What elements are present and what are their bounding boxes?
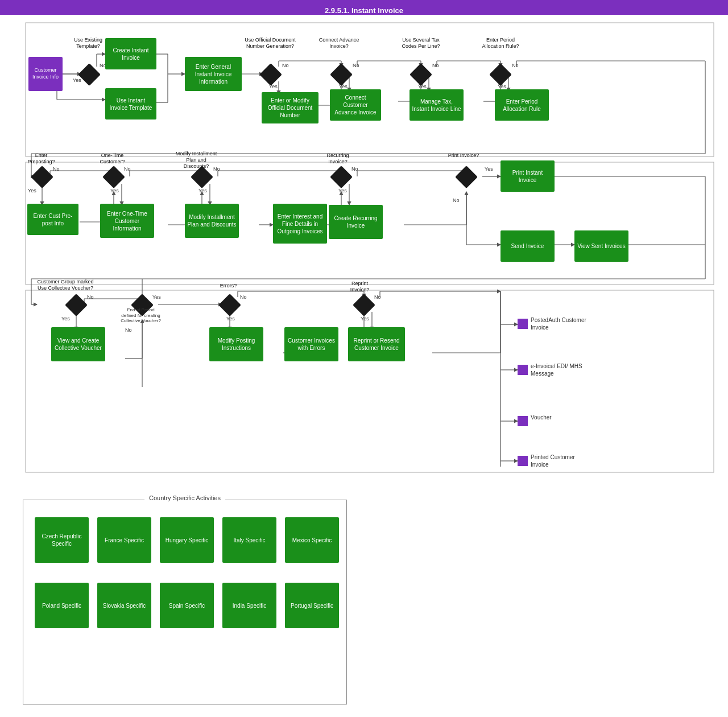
view-sent-invoices[interactable]: View Sent Invoices (574, 230, 628, 262)
diamond-tax-codes (410, 63, 432, 86)
no-label-d11: No (87, 294, 94, 300)
diamond-label-11: Customer Group marked Use Collective Vou… (37, 279, 94, 291)
diamond-label-3: Connect Advance Invoice? (316, 37, 362, 50)
yes-label-d14: Yes (361, 316, 369, 322)
connect-customer-advance-invoice[interactable]: Connect Customer Advance Invoice (330, 89, 381, 121)
view-create-collective-voucher[interactable]: View and Create Collective Voucher (51, 327, 105, 361)
diamond-label-1: Use Existing Template? (65, 37, 111, 50)
country-italy[interactable]: Italy Specific (222, 517, 276, 563)
enter-interest-fine-details[interactable]: Enter Interest and Fine Details in Outgo… (273, 204, 327, 244)
posted-auth-icon (518, 319, 528, 329)
modify-posting-instructions[interactable]: Modify Posting Instructions (209, 327, 263, 361)
diamond-official-doc-num (259, 63, 282, 86)
no-label-d7: No (124, 166, 131, 172)
no-label-d9: No (351, 166, 358, 172)
enter-cust-prepost-info[interactable]: Enter Cust Pre-post Info (27, 204, 78, 235)
no-label-d14: No (374, 294, 381, 300)
enter-general-instant-invoice-info[interactable]: Enter General Instant Invoice Informatio… (185, 57, 242, 91)
no-label-d10: No (453, 197, 460, 203)
yes-label-d11: Yes (61, 316, 70, 322)
no-label-d2: No (282, 63, 289, 68)
diamond-connect-advance (330, 63, 353, 86)
diamond-label-10: Print Invoice? (446, 153, 481, 159)
diamond-errors (218, 294, 241, 316)
diamond-print-invoice (455, 166, 478, 188)
manage-tax-instant-invoice-line[interactable]: Manage Tax, Instant Invoice Line (410, 89, 464, 121)
yes-label-d10: Yes (485, 166, 493, 172)
diamond-label-14: Reprint Invoice? (341, 281, 378, 293)
no-label-d5: No (512, 63, 519, 68)
diamond-collective-voucher (65, 294, 88, 316)
diamond-use-existing-template (78, 63, 101, 86)
create-instant-invoice[interactable]: Create Instant Invoice (105, 38, 156, 69)
yes-label-d7: Yes (110, 188, 119, 193)
diamond-label-8: Modify Installment Plan and Discounts? (173, 151, 219, 169)
diamond-label-4: Use Several Tax Codes Per Line? (398, 37, 444, 50)
printed-invoice-icon (518, 456, 528, 466)
no-label-d13: No (240, 294, 247, 300)
enter-modify-official-doc-num[interactable]: Enter or Modify Official Document Number (262, 92, 318, 123)
e-invoice-icon (518, 365, 528, 375)
posted-auth-label: PostedAuth Customer Invoice (531, 316, 593, 331)
customer-invoices-with-errors[interactable]: Customer Invoices with Errors (284, 327, 338, 361)
diamond-period-allocation (489, 63, 512, 86)
country-section-title: Country Specific Activities (144, 495, 225, 501)
country-india[interactable]: India Specific (222, 583, 276, 628)
customer-invoice-info: Customer Invoice Info (28, 57, 63, 91)
title-bar: 2.9.5.1. Instant Invoice (0, 0, 728, 15)
yes-label-d13: Yes (226, 316, 235, 322)
yes-label-d5: Yes (498, 84, 506, 89)
diamond-label-13: Errors? (213, 283, 244, 289)
yes-label-d4: Yes (418, 84, 427, 89)
diamond-reprint (353, 294, 375, 316)
printed-invoice-label: Printed Customer Invoice (531, 454, 593, 468)
no-label-d12: No (125, 327, 132, 333)
yes-label-d9: Yes (338, 188, 347, 193)
diamond-label-2: Use Official Document Number Generation? (245, 37, 296, 50)
diamond-one-time-customer (102, 166, 125, 188)
yes-label-d12: Yes (152, 294, 161, 300)
diamond-label-5: Enter Period Allocation Rule? (478, 37, 523, 50)
diamond-label-9: Recurring Invoice? (317, 153, 358, 165)
enter-one-time-customer-info[interactable]: Enter One-Time Customer Information (100, 204, 154, 238)
diamond-label-6: Enter Preposting? (26, 153, 57, 165)
use-instant-invoice-template[interactable]: Use Instant Invoice Template (105, 88, 156, 120)
yes-label-d1: Yes (73, 77, 81, 83)
create-recurring-invoice[interactable]: Create Recurring Invoice (329, 205, 383, 239)
e-invoice-label: e-Invoice/ EDI/ MHS Message (531, 362, 593, 377)
country-mexico[interactable]: Mexico Specific (285, 517, 339, 563)
yes-label-d2: Yes (269, 84, 278, 89)
country-france[interactable]: France Specific (97, 517, 151, 563)
voucher-icon (518, 416, 528, 426)
no-label-d8: No (213, 166, 220, 172)
country-spain[interactable]: Spain Specific (160, 583, 214, 628)
diamond-label-12: End of Period defined for creating Colle… (119, 307, 162, 324)
yes-label-d3: Yes (339, 84, 348, 89)
country-poland[interactable]: Poland Specific (35, 583, 89, 628)
voucher-label: Voucher (531, 414, 576, 421)
print-instant-invoice[interactable]: Print Instant Invoice (500, 160, 555, 192)
country-slovakia[interactable]: Slovakia Specific (97, 583, 151, 628)
yes-label-d8: Yes (198, 188, 207, 193)
send-invoice[interactable]: Send Invoice (500, 230, 555, 262)
country-portugal[interactable]: Portugal Specific (285, 583, 339, 628)
country-czech-republic[interactable]: Czech Republic Specific (35, 517, 89, 563)
diamond-label-7: One-Time Customer? (94, 153, 131, 165)
modify-installment-plan-discounts[interactable]: Modify Installment Plan and Discounts (185, 204, 239, 238)
country-specific-section: Country Specific Activities Czech Republ… (23, 500, 347, 704)
diamond-recurring (330, 166, 353, 188)
enter-period-allocation-rule[interactable]: Enter Period Allocation Rule (495, 89, 549, 121)
country-hungary[interactable]: Hungary Specific (160, 517, 214, 563)
yes-label-d6: Yes (28, 188, 36, 193)
no-label-d4: No (432, 63, 439, 68)
no-label-d3: No (353, 63, 359, 68)
reprint-resend-customer-invoice[interactable]: Reprint or Resend Customer Invoice (348, 327, 405, 361)
diamond-preposting (31, 166, 53, 188)
no-label-d6: No (53, 166, 60, 172)
